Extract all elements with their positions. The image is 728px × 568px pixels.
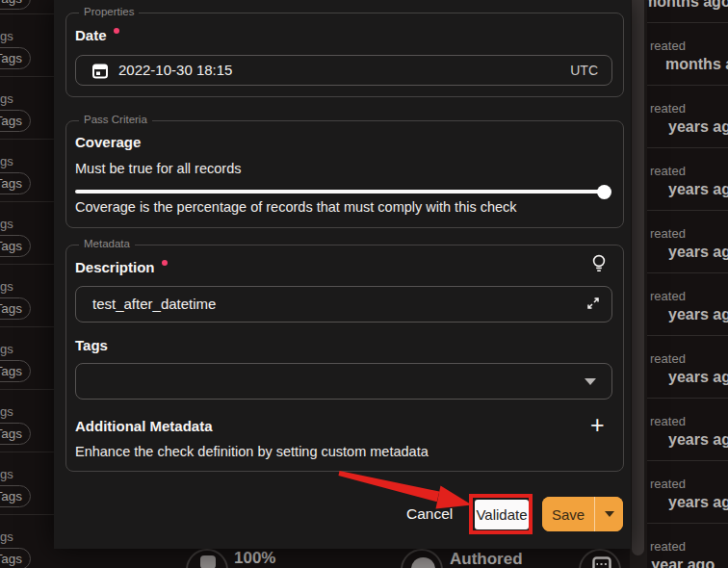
row-divider — [641, 335, 728, 336]
coverage-slider[interactable] — [75, 185, 605, 198]
description-value: test_after_datetime — [92, 296, 216, 312]
required-dot — [114, 28, 119, 34]
additional-metadata-label: Additional Metadata — [75, 418, 213, 434]
calendar-icon — [91, 63, 109, 80]
suggestion-lightbulb-button[interactable] — [587, 253, 611, 276]
calendar-icon — [592, 556, 611, 568]
created-label-fragment: reated — [650, 414, 686, 428]
save-dropdown-button[interactable] — [595, 497, 623, 531]
created-value-fragment: years ago — [668, 306, 728, 323]
slider-thumb[interactable] — [597, 185, 611, 199]
date-input[interactable]: 2022-10-30 18:15 UTC — [75, 55, 612, 86]
created-label-fragment: reated — [650, 39, 686, 53]
created-value-fragment: years ago — [668, 118, 728, 136]
metadata-legend: Metadata — [79, 238, 135, 249]
metadata-fieldset: Metadata — [65, 245, 624, 472]
slider-track[interactable] — [75, 190, 605, 194]
created-label-fragment: reated — [650, 226, 686, 241]
description-label: Description — [75, 259, 168, 275]
created-label-fragment: reated — [650, 289, 686, 303]
cloud-icon — [411, 557, 435, 568]
additional-metadata-help: Enhance the check definition by setting … — [75, 444, 429, 459]
coverage-title: Coverage — [75, 134, 141, 150]
created-value-fragment: years ago — [668, 494, 728, 511]
scrollbar[interactable] — [630, 0, 647, 568]
save-split-button: Save — [542, 497, 623, 531]
tags-select[interactable] — [75, 363, 612, 400]
add-metadata-button[interactable]: + — [590, 415, 605, 434]
created-value-fragment: years ago — [668, 181, 728, 198]
date-value: 2022-10-30 18:15 — [118, 62, 232, 78]
validate-button[interactable]: Validate — [475, 500, 529, 529]
created-label-fragment: reated — [650, 164, 686, 178]
description-input[interactable]: test_after_datetime — [75, 286, 612, 323]
created-label-fragment: reated — [650, 351, 686, 366]
row-divider — [641, 210, 728, 211]
coverage-percent-label: 100% — [234, 549, 275, 568]
tags-label: Tags — [75, 337, 108, 353]
row-divider — [641, 460, 728, 461]
row-divider — [641, 398, 728, 399]
coverage-subtitle: Must be true for all records — [75, 161, 241, 176]
row-divider — [641, 272, 728, 273]
gauge-icon — [200, 555, 216, 568]
lightbulb-icon — [589, 253, 609, 274]
pass-criteria-legend: Pass Criteria — [79, 114, 152, 125]
required-dot — [162, 260, 168, 266]
scrollbar-thumb[interactable] — [632, 0, 644, 555]
coverage-help: Coverage is the percentage of records th… — [75, 199, 517, 215]
page-background: o Tags gso Tagsgso Tagsgso Tagsgso Tagsg… — [0, 0, 728, 568]
chevron-down-icon — [585, 378, 596, 385]
created-value-fragment: months ago — [665, 56, 728, 73]
save-button[interactable]: Save — [542, 497, 594, 531]
expand-icon — [585, 296, 601, 311]
created-label-fragment: reated — [650, 101, 686, 116]
created-value-fragment: years ago — [668, 431, 728, 449]
cancel-button[interactable]: Cancel — [406, 505, 453, 523]
chevron-down-icon — [605, 511, 614, 517]
created-value-fragment: years ago — [668, 369, 728, 386]
created-value-fragment: 1 year ago — [638, 556, 715, 568]
created-label-fragment: reated — [650, 539, 686, 554]
row-divider — [641, 22, 728, 23]
row-divider — [641, 147, 728, 148]
check-dialog: Properties Date 2022-10-30 18:15 UTC Pas… — [54, 0, 631, 549]
created-value-fragment: months ago — [643, 0, 728, 11]
created-value-fragment: years ago — [668, 244, 728, 261]
expand-button[interactable] — [585, 296, 602, 313]
timezone-suffix: UTC — [570, 63, 598, 78]
properties-legend: Properties — [79, 6, 139, 17]
created-label-fragment: reated — [650, 477, 686, 491]
date-label: Date — [75, 27, 119, 43]
row-divider — [641, 523, 728, 524]
row-divider — [641, 85, 728, 86]
authored-label: Authored — [450, 550, 523, 568]
